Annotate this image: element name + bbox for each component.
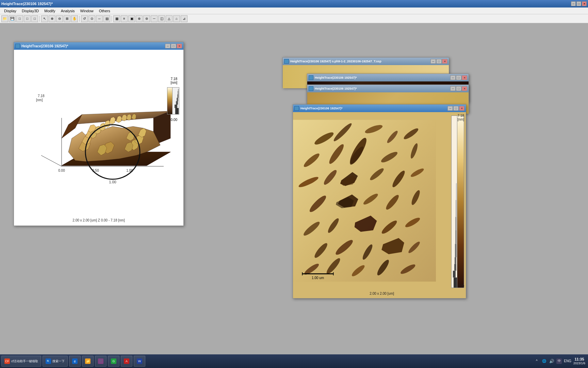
svg-text:1.00 um: 1.00 um	[312, 276, 324, 280]
taskbar-explorer-btn[interactable]: 📁	[82, 356, 94, 367]
tool-cursor[interactable]: ↖	[41, 15, 48, 22]
menu-analysis[interactable]: Analysis	[58, 8, 78, 14]
dimension-label: 2.00 x 2.00 [um] Z 0.00 - 7.18 [nm]	[72, 218, 125, 222]
tool-plane[interactable]: ◫	[158, 15, 165, 22]
main-scale-top: 7.18 [nm]	[458, 114, 464, 121]
tool-print[interactable]: □	[31, 15, 38, 22]
svg-line-27	[41, 155, 62, 166]
win1-close[interactable]: ✕	[177, 44, 182, 48]
taskbar-up-arrow[interactable]: ^	[534, 358, 539, 364]
win-bg2-controls: ─ □ ✕	[450, 75, 467, 80]
minimize-button[interactable]: ─	[571, 1, 576, 6]
surface-3d-view: 0.00 0.50 1.00 1.00	[34, 70, 177, 186]
taskbar-cf-btn[interactable]: CF cf活动助手一键领取	[1, 356, 41, 367]
tool-profile[interactable]: ▤	[103, 15, 110, 22]
win-bg3-titlebar[interactable]: HeightTrace(230106 192547)* ─ □ ✕	[307, 85, 469, 92]
tool-histogram[interactable]: ▣	[128, 15, 135, 22]
win-bg3-minimize[interactable]: ─	[450, 86, 456, 91]
svg-text:0.00: 0.00	[58, 169, 65, 172]
app2-icon: A	[124, 358, 129, 364]
svg-rect-38	[178, 91, 179, 94]
win-bg1-titlebar[interactable]: HeightTrace(230106 192547) s.ph9-1-2_202…	[283, 58, 449, 65]
tool-measure[interactable]: ↔	[96, 15, 103, 22]
win1-icon	[15, 44, 20, 48]
tool-flatten[interactable]: ─	[151, 15, 158, 22]
taskbar: CF cf活动助手一键领取 🔍 搜索一下 e 📁 🎵 G A W ^ 🌐 🔊 中…	[0, 354, 588, 368]
tool-section[interactable]: ▦	[113, 15, 120, 22]
svg-rect-93	[456, 183, 457, 200]
win-main-minimize[interactable]: ─	[447, 106, 453, 111]
win-bg3-controls: ─ □ ✕	[450, 86, 467, 91]
win-bg1-minimize[interactable]: ─	[430, 59, 436, 64]
maximize-button[interactable]: □	[576, 1, 581, 6]
taskbar-media-btn[interactable]: 🎵	[95, 356, 107, 367]
taskbar-app1-btn[interactable]: G	[108, 356, 119, 367]
menu-others[interactable]: Others	[96, 8, 113, 14]
win-bg3-close[interactable]: ✕	[462, 86, 467, 91]
menu-modify[interactable]: Modify	[42, 8, 58, 14]
tool-paste[interactable]: □	[24, 15, 31, 22]
taskbar-ime-icon: 中	[556, 358, 562, 364]
win-bg2-maximize[interactable]: □	[456, 75, 461, 80]
win-bg3-icon	[309, 86, 313, 91]
win1-titlebar[interactable]: HeightTrace(230106 192547)* ─ □ ✕	[14, 42, 183, 50]
win-bg2-icon	[309, 75, 313, 80]
win-bg2-titlebar[interactable]: HeightTrace(230106 192547)* ─ □ ✕	[307, 74, 469, 81]
taskbar-app3-btn[interactable]: W	[134, 356, 145, 367]
svg-rect-35	[176, 101, 178, 105]
menu-display3d[interactable]: Display3D	[19, 8, 42, 14]
tool-open[interactable]: 📁	[1, 15, 8, 22]
app1-icon: G	[111, 358, 116, 364]
tool-roughness[interactable]: ≡	[121, 15, 128, 22]
win-main-close[interactable]: ✕	[459, 106, 464, 111]
win-main-maximize[interactable]: □	[453, 106, 459, 111]
explorer-icon: 📁	[85, 358, 91, 364]
win-main-title: HeightTrace(230106 192547)*	[294, 106, 343, 111]
tool-zoom-out[interactable]: ⊖	[56, 15, 63, 22]
svg-rect-86	[453, 271, 456, 278]
win1-minimize[interactable]: ─	[165, 44, 170, 48]
tool-zoom-fit[interactable]: ⊞	[64, 15, 70, 22]
win-bg1-maximize[interactable]: □	[436, 59, 442, 64]
search-icon: 🔍	[46, 358, 51, 364]
color-scale-bottom: 0.00	[171, 118, 177, 122]
tool-extra2[interactable]: ⌂	[173, 15, 180, 22]
tool-zoom-in[interactable]: ⊕	[49, 15, 55, 22]
win-bg2-minimize[interactable]: ─	[450, 75, 456, 80]
tool-copy[interactable]: □	[16, 15, 23, 22]
svg-rect-39	[178, 89, 179, 91]
win1-maximize[interactable]: □	[171, 44, 176, 48]
tool-pan[interactable]: ✋	[71, 15, 78, 22]
menu-display[interactable]: Display	[1, 8, 19, 14]
tool-rotate[interactable]: ↺	[81, 15, 88, 22]
tool-3d-view[interactable]: ⊙	[88, 15, 95, 22]
tool-extra1[interactable]: ◬	[166, 15, 173, 22]
svg-rect-33	[175, 108, 179, 114]
tool-extra3[interactable]: ⊿	[181, 15, 187, 22]
svg-rect-91	[455, 217, 457, 230]
svg-rect-87	[454, 264, 456, 271]
win-main-controls: ─ □ ✕	[447, 106, 464, 111]
taskbar-app2-btn[interactable]: A	[121, 356, 132, 367]
taskbar-search-btn[interactable]: 🔍 搜索一下	[43, 356, 68, 367]
tool-save[interactable]: 💾	[9, 15, 16, 22]
color-scale-bar	[167, 87, 173, 114]
win-bg1-close[interactable]: ✕	[442, 59, 447, 64]
win-bg1-icon	[284, 59, 289, 64]
win1-content: 7.18 [nm]	[14, 50, 183, 226]
taskbar-ie-btn[interactable]: e	[69, 356, 81, 367]
tool-fft[interactable]: ⊛	[136, 15, 143, 22]
win-bg2-close[interactable]: ✕	[462, 75, 467, 80]
menu-bar: Display Display3D Modify Analysis Window…	[0, 7, 588, 14]
title-bar-controls: ─ □ ✕	[571, 1, 587, 6]
win-bg3-title: HeightTrace(230106 192547)*	[309, 86, 357, 91]
win-bg3-maximize[interactable]: □	[456, 86, 461, 91]
taskbar-right: ^ 🌐 🔊 中 ENG 11:35 2023/1/6	[534, 357, 587, 366]
color-scale-top: 7.18 [nm]	[171, 77, 177, 85]
taskbar-network-icon: 🌐	[541, 358, 547, 364]
close-button[interactable]: ✕	[582, 1, 587, 6]
tool-filter[interactable]: ⊜	[143, 15, 150, 22]
menu-window[interactable]: Window	[78, 8, 96, 14]
win-main-titlebar[interactable]: HeightTrace(230106 192547)* ─ □ ✕	[293, 105, 466, 112]
main-scale-bottom: 0.00	[458, 284, 464, 288]
